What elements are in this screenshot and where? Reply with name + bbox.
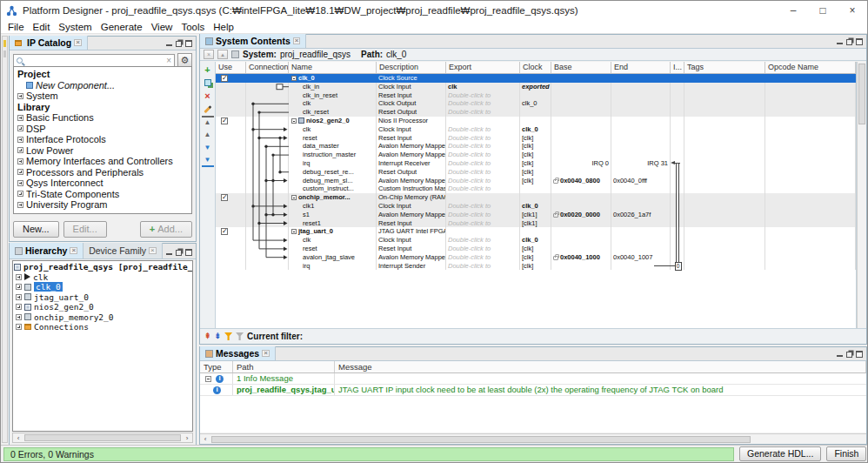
port-row[interactable]: reset1Reset InputDouble-click to[clk1]: [216, 219, 856, 228]
menu-item-tools[interactable]: Tools: [177, 22, 209, 32]
column-header[interactable]: Tags: [684, 62, 765, 73]
panel-maximize-icon[interactable]: [856, 351, 863, 358]
duplicate-icon[interactable]: [202, 77, 214, 89]
add-button[interactable]: +Add...: [140, 221, 192, 238]
name-cell[interactable]: clk: [289, 125, 377, 134]
dock-strip[interactable]: [2, 36, 8, 443]
hierarchy-root[interactable]: proj_readfile_qsys [proj_readfile_qsys.q…: [14, 262, 192, 272]
new-button[interactable]: New...: [13, 221, 59, 238]
export-cell[interactable]: [446, 227, 520, 236]
use-cell[interactable]: [216, 185, 246, 193]
use-cell[interactable]: [216, 177, 246, 185]
panel-minimize-icon[interactable]: [837, 39, 843, 44]
base-cell[interactable]: [551, 185, 611, 193]
base-cell[interactable]: IRQ 0: [551, 159, 611, 168]
messages-hscrollbar[interactable]: ‹: [200, 433, 866, 444]
use-cell[interactable]: [216, 193, 246, 202]
name-cell[interactable]: irq: [289, 262, 377, 271]
checkbox[interactable]: [221, 228, 228, 235]
port-row[interactable]: clkClock OutputDouble-click toclk_0: [216, 99, 856, 108]
name-cell[interactable]: clk_0: [289, 74, 377, 83]
use-cell[interactable]: [216, 83, 246, 91]
base-cell[interactable]: [551, 193, 611, 202]
move-down-icon[interactable]: ▼: [202, 142, 214, 154]
clock-cell[interactable]: [clk1]: [520, 211, 551, 219]
use-cell[interactable]: [216, 117, 246, 125]
show-interfaces-icon[interactable]: ⇟: [215, 332, 222, 340]
use-cell[interactable]: [216, 159, 246, 168]
port-row[interactable]: resetReset InputDouble-click to[clk]: [216, 134, 856, 143]
checkbox[interactable]: [221, 75, 228, 82]
edit-button[interactable]: Edit...: [63, 221, 107, 238]
message-type-cell[interactable]: [200, 373, 233, 384]
use-cell[interactable]: [216, 245, 246, 253]
message-type-cell[interactable]: [200, 385, 233, 395]
expander-icon[interactable]: [17, 180, 23, 186]
column-header[interactable]: Description: [377, 62, 446, 73]
base-cell[interactable]: [551, 219, 611, 228]
expander-icon[interactable]: [16, 304, 22, 310]
column-header[interactable]: Base: [551, 62, 611, 73]
export-cell[interactable]: Double-click to: [446, 253, 520, 262]
name-cell[interactable]: nios2_gen2_0: [289, 117, 377, 125]
port-row[interactable]: data_masterAvalon Memory Mapped M...Doub…: [216, 142, 856, 151]
expander-icon[interactable]: [17, 191, 23, 197]
clock-cell[interactable]: [clk]: [520, 134, 551, 143]
export-cell[interactable]: Double-click to: [446, 245, 520, 253]
base-cell[interactable]: [551, 74, 611, 83]
export-cell[interactable]: Double-click to: [446, 177, 520, 185]
export-cell[interactable]: [446, 117, 520, 125]
export-cell[interactable]: Double-click to: [446, 108, 520, 117]
use-cell[interactable]: [216, 134, 246, 143]
port-row[interactable]: avalon_jtag_slaveAvalon Memory Mapped Sl…: [216, 253, 856, 262]
name-cell[interactable]: irq: [289, 159, 377, 168]
export-cell[interactable]: Double-click to: [446, 168, 520, 177]
hierarchy-hscrollbar[interactable]: ‹ ›: [12, 433, 193, 443]
ip-tree-item[interactable]: Library: [16, 102, 191, 113]
base-cell[interactable]: [551, 262, 611, 271]
export-cell[interactable]: [446, 74, 520, 83]
search-input[interactable]: ×: [13, 54, 175, 67]
clock-cell[interactable]: clk_0: [520, 236, 551, 245]
expander-icon[interactable]: [17, 169, 23, 175]
clock-cell[interactable]: [520, 74, 551, 83]
filter-icon[interactable]: [224, 332, 232, 340]
clock-cell[interactable]: [520, 193, 551, 202]
clock-cell[interactable]: [clk]: [520, 142, 551, 151]
use-cell[interactable]: [216, 219, 246, 228]
base-cell[interactable]: [551, 83, 611, 91]
scroll-left-icon[interactable]: ‹: [200, 435, 210, 443]
gear-icon[interactable]: ⚙: [177, 53, 192, 67]
message-row[interactable]: 1 Info Message: [200, 373, 866, 385]
expander-icon[interactable]: [17, 93, 23, 99]
port-row[interactable]: clkClock InputDouble-click toclk_0: [216, 236, 856, 245]
port-row[interactable]: s1Avalon Memory Mapped Sl...Double-click…: [216, 211, 856, 219]
export-cell[interactable]: Double-click to: [446, 202, 520, 211]
port-row[interactable]: clk_inClock Inputclkexported: [216, 83, 856, 91]
export-cell[interactable]: Double-click to: [446, 219, 520, 228]
move-up-icon[interactable]: ▲: [202, 129, 214, 141]
base-cell[interactable]: [551, 142, 611, 151]
name-cell[interactable]: data_master: [289, 142, 377, 151]
clock-cell[interactable]: [clk]: [520, 262, 551, 271]
base-cell[interactable]: [551, 117, 611, 125]
use-cell[interactable]: [216, 168, 246, 177]
expander-icon[interactable]: [16, 314, 22, 320]
use-cell[interactable]: [216, 125, 246, 134]
export-cell[interactable]: Double-click to: [446, 99, 520, 108]
menu-item-file[interactable]: File: [3, 22, 29, 32]
port-row[interactable]: custom_instruct...Custom Instruction Mas…: [216, 185, 856, 193]
name-cell[interactable]: jtag_uart_0: [289, 227, 377, 236]
scroll-thumb[interactable]: [211, 436, 751, 443]
tab-close-icon[interactable]: ×: [293, 37, 301, 44]
export-cell[interactable]: Double-click to: [446, 262, 520, 271]
use-cell[interactable]: [216, 108, 246, 117]
base-cell[interactable]: [551, 202, 611, 211]
base-cell[interactable]: [551, 99, 611, 108]
expander-icon[interactable]: [291, 229, 297, 234]
clear-search-icon[interactable]: ×: [166, 56, 171, 65]
hierarchy-item-onchip_memory2_0[interactable]: onchip_memory2_0: [14, 312, 192, 323]
ip-tree-item[interactable]: Project: [16, 69, 191, 80]
move-bottom-icon[interactable]: ▼: [202, 155, 214, 167]
name-cell[interactable]: reset1: [289, 219, 377, 228]
